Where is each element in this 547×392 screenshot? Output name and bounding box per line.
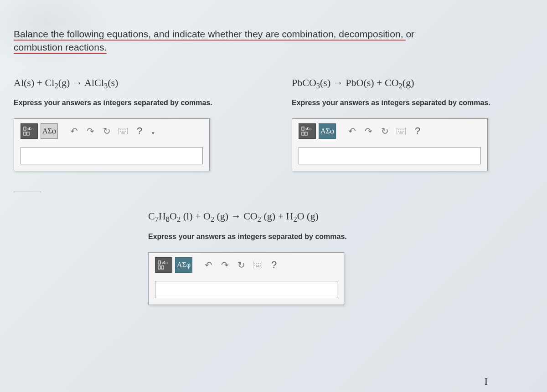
templates-button[interactable]: x □ xyxy=(21,123,38,139)
svg-point-7 xyxy=(122,129,123,130)
text-cursor-icon: I xyxy=(485,376,488,387)
svg-point-21 xyxy=(398,129,399,130)
main-instruction: Balance the following equations, and ind… xyxy=(14,27,533,54)
reset-button[interactable]: ↻ xyxy=(378,123,392,139)
svg-rect-30 xyxy=(158,261,160,264)
svg-text:x: x xyxy=(305,127,307,131)
equation-3: C7H8O2 (l) + O2 (g) → CO2 (g) + H2O (g) xyxy=(148,210,399,224)
answer-widget-1: x □ ΑΣφ ↶ ↷ ↻ ? ▾ xyxy=(14,118,210,171)
svg-rect-33 xyxy=(158,266,160,269)
undo-button[interactable]: ↶ xyxy=(345,123,359,139)
answer-widget-3: x □ ΑΣφ ↶ ↷ ↻ ? xyxy=(148,252,344,305)
equation-2: PbCO3(s) → PbO(s) + CO2(g) xyxy=(292,77,533,91)
svg-text:□: □ xyxy=(165,261,168,265)
svg-point-22 xyxy=(400,129,401,130)
equation-1: Al(s) + Cl2(g) → AlCl3(s) xyxy=(14,77,255,91)
svg-rect-34 xyxy=(161,266,164,269)
svg-point-26 xyxy=(400,131,401,132)
svg-text:x: x xyxy=(162,261,164,265)
svg-rect-3 xyxy=(24,132,26,135)
question-2: PbCO3(s) → PbO(s) + CO2(g) Express your … xyxy=(292,77,533,192)
svg-rect-18 xyxy=(302,132,304,135)
svg-point-39 xyxy=(260,263,261,264)
svg-point-37 xyxy=(256,263,257,264)
keyboard-icon[interactable] xyxy=(394,123,408,139)
answer-input-3[interactable] xyxy=(155,281,337,298)
toolbar-1: x □ ΑΣφ ↶ ↷ ↻ ? ▾ xyxy=(14,119,209,143)
svg-point-10 xyxy=(120,131,121,132)
svg-point-6 xyxy=(120,129,121,130)
answer-input-1[interactable] xyxy=(21,147,203,164)
answer-widget-2: x □ ΑΣφ ↶ ↷ ↻ ? xyxy=(292,118,488,171)
templates-button[interactable]: x □ xyxy=(299,123,316,139)
svg-point-13 xyxy=(125,131,126,132)
svg-point-11 xyxy=(122,131,123,132)
svg-rect-44 xyxy=(256,266,259,267)
undo-button[interactable]: ↶ xyxy=(201,257,215,273)
help-button[interactable]: ? xyxy=(411,123,424,139)
sub-instruction-2: Express your answers as integers separat… xyxy=(292,99,533,107)
svg-text:x: x xyxy=(27,127,29,131)
greek-button[interactable]: ΑΣφ xyxy=(41,123,58,139)
score-underline xyxy=(14,192,41,192)
svg-point-40 xyxy=(254,265,255,266)
svg-point-28 xyxy=(403,131,404,132)
toolbar-3: x □ ΑΣφ ↶ ↷ ↻ ? xyxy=(149,253,344,277)
keyboard-icon[interactable] xyxy=(116,123,130,139)
svg-rect-15 xyxy=(302,127,304,130)
reset-button[interactable]: ↻ xyxy=(234,257,248,273)
undo-button[interactable]: ↶ xyxy=(67,123,81,139)
svg-point-43 xyxy=(260,265,261,266)
redo-button[interactable]: ↷ xyxy=(83,123,97,139)
greek-button[interactable]: ΑΣφ xyxy=(175,257,192,273)
greek-button[interactable]: ΑΣφ xyxy=(319,123,336,139)
svg-point-8 xyxy=(124,129,124,130)
svg-point-41 xyxy=(256,265,257,266)
svg-point-36 xyxy=(254,263,255,264)
keyboard-icon[interactable] xyxy=(251,257,264,273)
svg-rect-4 xyxy=(27,132,29,135)
svg-rect-0 xyxy=(24,127,26,130)
redo-button[interactable]: ↷ xyxy=(361,123,375,139)
answer-input-2[interactable] xyxy=(299,147,481,164)
svg-point-42 xyxy=(258,265,259,266)
svg-point-25 xyxy=(398,131,399,132)
sub-instruction-1: Express your answers as integers separat… xyxy=(14,99,255,107)
svg-point-24 xyxy=(403,129,404,130)
svg-text:□: □ xyxy=(31,127,33,131)
svg-point-9 xyxy=(125,129,126,130)
help-button[interactable]: ? xyxy=(133,123,146,139)
svg-text:□: □ xyxy=(309,127,311,131)
svg-point-23 xyxy=(402,129,403,130)
question-1: Al(s) + Cl2(g) → AlCl3(s) Express your a… xyxy=(14,77,255,192)
toolbar-2: x □ ΑΣφ ↶ ↷ ↻ ? xyxy=(292,119,487,143)
svg-point-12 xyxy=(124,131,124,132)
reset-button[interactable]: ↻ xyxy=(100,123,114,139)
help-button[interactable]: ? xyxy=(267,257,281,273)
svg-point-27 xyxy=(402,131,403,132)
svg-point-38 xyxy=(258,263,259,264)
redo-button[interactable]: ↷ xyxy=(218,257,232,273)
sub-instruction-3: Express your answers as integers separat… xyxy=(148,233,399,241)
menu-caret-icon[interactable]: ▾ xyxy=(152,130,155,136)
question-3: C7H8O2 (l) + O2 (g) → CO2 (g) + H2O (g) … xyxy=(148,210,399,305)
templates-button[interactable]: x □ xyxy=(155,257,172,273)
svg-rect-19 xyxy=(305,132,307,135)
svg-rect-14 xyxy=(121,133,125,134)
svg-rect-29 xyxy=(399,133,403,134)
